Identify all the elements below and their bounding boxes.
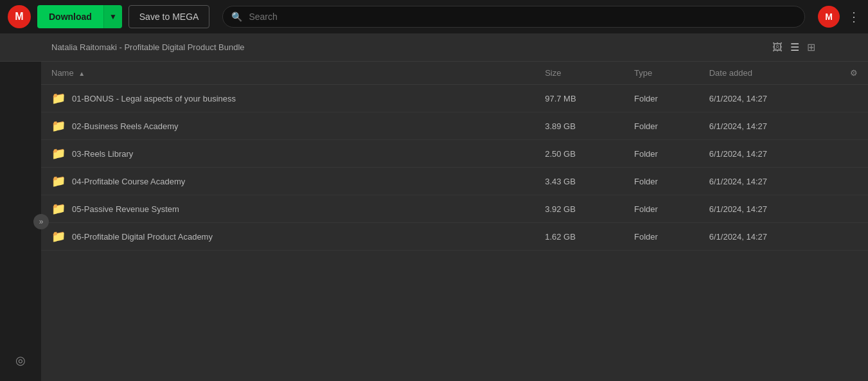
file-type: Folder — [626, 195, 702, 223]
folder-icon: 📁 — [51, 91, 66, 105]
column-header-name[interactable]: Name ▲ — [41, 62, 537, 85]
topbar: M Download ▼ Save to MEGA 🔍 M ⋮ — [0, 0, 868, 33]
search-input[interactable] — [222, 6, 805, 28]
mega-logo[interactable]: M — [8, 5, 31, 28]
save-to-mega-button[interactable]: Save to MEGA — [128, 5, 210, 28]
file-size: 3.92 GB — [537, 195, 626, 223]
grid-view-icon[interactable]: ⊞ — [806, 40, 817, 55]
table-row[interactable]: 📁 05-Passive Revenue System 3.92 GB Fold… — [41, 195, 868, 223]
file-name-cell: 📁 06-Profitable Digital Product Academy — [41, 223, 537, 251]
file-size: 2.50 GB — [537, 140, 626, 168]
file-date: 6/1/2024, 14:27 — [702, 195, 842, 223]
file-table: Name ▲ Size Type Date added ⚙ — [41, 62, 868, 251]
breadcrumb: Natalia Raitomaki - Profitable Digital P… — [51, 42, 245, 52]
row-actions — [842, 168, 868, 195]
folder-icon: 📁 — [51, 174, 66, 188]
view-controls: 🖼 ☰ ⊞ — [771, 40, 817, 55]
download-dropdown-button[interactable]: ▼ — [103, 5, 122, 28]
row-actions — [842, 140, 868, 168]
file-name-cell: 📁 01-BONUS - Legal aspects of your busin… — [41, 85, 537, 112]
file-name: 04-Profitable Course Academy — [72, 177, 185, 186]
more-options-icon[interactable]: ⋮ — [847, 9, 860, 24]
row-actions — [842, 195, 868, 223]
image-view-icon[interactable]: 🖼 — [771, 40, 784, 55]
search-bar: 🔍 — [222, 6, 805, 28]
download-button[interactable]: Download — [37, 5, 103, 28]
download-button-group: Download ▼ — [37, 5, 122, 28]
file-size: 97.7 MB — [537, 85, 626, 112]
file-list-container: Name ▲ Size Type Date added ⚙ — [41, 62, 868, 381]
sidebar: » ◎ — [0, 62, 41, 381]
file-type: Folder — [626, 168, 702, 195]
file-date: 6/1/2024, 14:27 — [702, 85, 842, 112]
file-date: 6/1/2024, 14:27 — [702, 112, 842, 140]
breadcrumb-bar: Natalia Raitomaki - Profitable Digital P… — [0, 33, 868, 62]
file-name-cell: 📁 05-Passive Revenue System — [41, 195, 537, 223]
column-settings[interactable]: ⚙ — [842, 62, 868, 85]
file-date: 6/1/2024, 14:27 — [702, 140, 842, 168]
file-size: 3.89 GB — [537, 112, 626, 140]
folder-icon: 📁 — [51, 229, 66, 244]
column-header-date[interactable]: Date added — [702, 62, 842, 85]
file-name: 06-Profitable Digital Product Academy — [72, 232, 213, 242]
column-header-type[interactable]: Type — [626, 62, 702, 85]
file-type: Folder — [626, 85, 702, 112]
table-row[interactable]: 📁 02-Business Reels Academy 3.89 GB Fold… — [41, 112, 868, 140]
file-name: 01-BONUS - Legal aspects of your busines… — [72, 94, 236, 103]
column-header-size[interactable]: Size — [537, 62, 626, 85]
row-actions — [842, 85, 868, 112]
main-area: » ◎ Name ▲ Size Type — [0, 62, 868, 381]
table-row[interactable]: 📁 03-Reels Library 2.50 GB Folder 6/1/20… — [41, 140, 868, 168]
file-type: Folder — [626, 112, 702, 140]
folder-icon: 📁 — [51, 119, 66, 133]
file-name-cell: 📁 02-Business Reels Academy — [41, 112, 537, 140]
radar-icon[interactable]: ◎ — [8, 348, 33, 373]
column-settings-icon[interactable]: ⚙ — [850, 68, 858, 78]
sidebar-bottom: ◎ — [8, 348, 33, 373]
folder-icon: 📁 — [51, 146, 66, 161]
table-row[interactable]: 📁 01-BONUS - Legal aspects of your busin… — [41, 85, 868, 112]
table-row[interactable]: 📁 04-Profitable Course Academy 3.43 GB F… — [41, 168, 868, 195]
user-avatar[interactable]: M — [818, 6, 840, 28]
file-name: 03-Reels Library — [72, 149, 133, 159]
folder-icon: 📁 — [51, 202, 66, 216]
table-row[interactable]: 📁 06-Profitable Digital Product Academy … — [41, 223, 868, 251]
file-type: Folder — [626, 223, 702, 251]
search-icon: 🔍 — [231, 12, 242, 22]
row-actions — [842, 223, 868, 251]
file-name: 05-Passive Revenue System — [72, 204, 179, 214]
list-view-icon[interactable]: ☰ — [789, 40, 801, 55]
file-size: 3.43 GB — [537, 168, 626, 195]
file-date: 6/1/2024, 14:27 — [702, 168, 842, 195]
file-name-cell: 📁 03-Reels Library — [41, 140, 537, 168]
row-actions — [842, 112, 868, 140]
file-date: 6/1/2024, 14:27 — [702, 223, 842, 251]
sort-icon: ▲ — [78, 70, 85, 77]
file-name-cell: 📁 04-Profitable Course Academy — [41, 168, 537, 195]
file-type: Folder — [626, 140, 702, 168]
table-header-row: Name ▲ Size Type Date added ⚙ — [41, 62, 868, 85]
sidebar-toggle[interactable]: » — [33, 214, 49, 229]
topbar-right: M ⋮ — [818, 6, 860, 28]
file-size: 1.62 GB — [537, 223, 626, 251]
file-name: 02-Business Reels Academy — [72, 121, 178, 131]
